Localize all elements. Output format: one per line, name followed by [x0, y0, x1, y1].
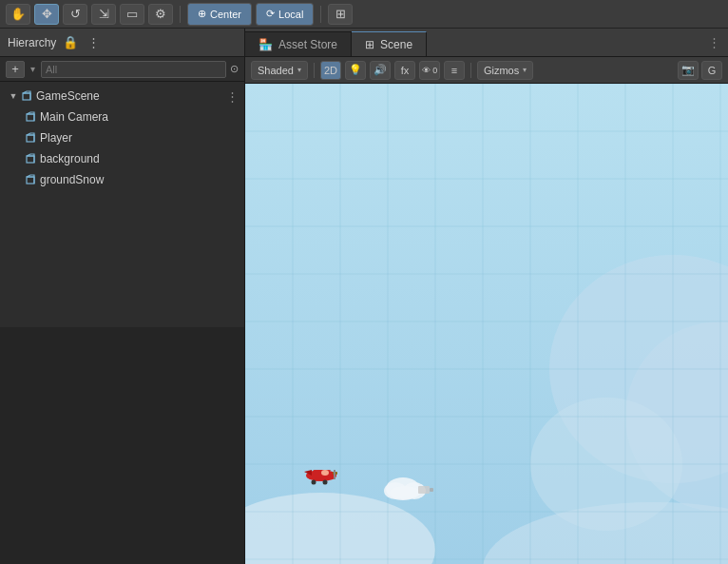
svg-marker-13	[27, 175, 34, 177]
scene-tab-label: Scene	[380, 38, 412, 51]
toolbar-sep-1	[180, 6, 181, 23]
local-button[interactable]: ⟳ Local	[257, 4, 313, 25]
scene-toolbar: Shaded ▾ 2D 💡 🔊 fx 👁 0 ≡	[245, 57, 728, 84]
grid-button[interactable]: ⊞	[328, 4, 353, 25]
shaded-arrow: ▾	[297, 66, 301, 74]
layers-button[interactable]: ≡	[444, 61, 465, 80]
tab-scene[interactable]: ⊞ Scene	[352, 31, 427, 56]
hand-tool-button[interactable]: ✋	[6, 4, 30, 25]
hierarchy-header: Hierarchy 🔒 ⋮	[0, 29, 244, 57]
audio-icon: 🔊	[374, 64, 387, 76]
hierarchy-item-groundsnow[interactable]: groundSnow	[0, 169, 244, 190]
camera-icon: 📷	[681, 64, 695, 76]
scene-icon	[21, 89, 34, 103]
tabs-options-button[interactable]: ⋮	[708, 35, 720, 49]
hierarchy-item-player[interactable]: Player	[0, 127, 244, 148]
hierarchy-empty-area	[0, 327, 244, 565]
tabs-row: 🏪 Asset Store ⊞ Scene ⋮	[245, 29, 728, 57]
svg-marker-1	[23, 91, 30, 93]
svg-rect-9	[27, 156, 34, 163]
scene-options-button[interactable]: ⋮	[226, 89, 239, 104]
scene-sep-2	[470, 63, 471, 78]
svg-point-50	[323, 480, 328, 485]
svg-point-51	[321, 470, 329, 476]
right-area: 🏪 Asset Store ⊞ Scene ⋮ Shaded ▾ 2D 💡	[245, 29, 728, 564]
svg-rect-12	[27, 177, 34, 184]
shaded-label: Shaded	[258, 65, 294, 76]
audio-button[interactable]: 🔊	[370, 61, 391, 80]
search-separator: ▾	[29, 64, 37, 74]
svg-rect-56	[418, 486, 430, 494]
local-icon: ⟳	[266, 8, 275, 20]
svg-point-49	[312, 480, 316, 485]
center-icon: ⊕	[198, 8, 206, 20]
hierarchy-item-background[interactable]: background	[0, 148, 244, 169]
transform-tool-button[interactable]: ⚙	[148, 4, 173, 25]
scene-sep-1	[314, 63, 315, 78]
top-toolbar: ✋ ✥ ↺ ⇲ ▭ ⚙ ⊕ Center ⟳ Local ⊞	[0, 0, 728, 29]
light-icon: 💡	[349, 64, 362, 76]
hierarchy-item-main-camera[interactable]: Main Camera	[0, 107, 244, 127]
space-group: ⟳ Local	[256, 3, 314, 26]
center-button[interactable]: ⊕ Center	[188, 4, 251, 25]
2d-button[interactable]: 2D	[320, 61, 341, 80]
scene-viewport[interactable]	[245, 84, 728, 564]
fx-icon: fx	[401, 65, 410, 76]
gizmos-dropdown[interactable]: Gizmos ▾	[477, 61, 533, 80]
svg-marker-10	[27, 154, 34, 156]
hierarchy-tree: ▼ GameScene ⋮	[0, 82, 244, 327]
svg-rect-3	[27, 114, 34, 121]
hierarchy-scene-item[interactable]: ▼ GameScene ⋮	[0, 86, 244, 107]
scene-toolbar-right: 📷 G	[678, 61, 722, 80]
player-obj-icon	[25, 131, 38, 145]
hierarchy-search-input[interactable]	[41, 61, 226, 78]
fx-button[interactable]: fx	[394, 61, 415, 80]
player-label: Player	[40, 131, 72, 145]
asset-store-label: Asset Store	[278, 38, 337, 51]
asset-store-icon: 🏪	[259, 38, 273, 51]
scene-visibility-button[interactable]: 👁 0	[419, 61, 440, 80]
scene-tab-icon: ⊞	[365, 38, 374, 51]
groundsnow-label: groundSnow	[40, 173, 104, 186]
hierarchy-options-button[interactable]: ⋮	[85, 34, 102, 51]
svg-rect-57	[430, 488, 433, 492]
visibility-icon: 👁 0	[422, 66, 438, 75]
search-icon[interactable]: ⊙	[230, 63, 239, 75]
local-label: Local	[278, 9, 303, 20]
camera-obj-icon	[25, 110, 38, 124]
hierarchy-lock-button[interactable]: 🔒	[62, 34, 79, 51]
2d-label: 2D	[324, 65, 337, 76]
hierarchy-panel: Hierarchy 🔒 ⋮ + ▾ ⊙ ▼ GameScene	[0, 29, 245, 564]
svg-marker-4	[27, 112, 34, 114]
camera-overlay-button[interactable]: 📷	[678, 61, 699, 80]
svg-rect-0	[23, 93, 30, 100]
tab-asset-store[interactable]: 🏪 Asset Store	[245, 31, 352, 56]
hierarchy-title: Hierarchy	[8, 36, 56, 49]
overlay-g-label: G	[708, 65, 717, 76]
svg-rect-6	[27, 135, 34, 142]
main-camera-label: Main Camera	[40, 110, 108, 124]
main-area: Hierarchy 🔒 ⋮ + ▾ ⊙ ▼ GameScene	[0, 29, 728, 564]
scale-tool-button[interactable]: ⇲	[91, 4, 116, 25]
layers-icon: ≡	[451, 65, 457, 76]
center-label: Center	[210, 9, 241, 20]
svg-point-55	[390, 486, 420, 499]
hierarchy-search-bar: + ▾ ⊙	[0, 57, 244, 82]
background-label: background	[40, 152, 100, 165]
overlay-g-button[interactable]: G	[701, 61, 722, 80]
move-tool-button[interactable]: ✥	[34, 4, 59, 25]
gizmos-label: Gizmos	[484, 65, 519, 76]
gizmos-arrow: ▾	[523, 66, 527, 74]
hierarchy-add-button[interactable]: +	[6, 61, 25, 78]
ground-obj-icon	[25, 173, 38, 186]
svg-marker-7	[27, 133, 34, 135]
scene-arrow-icon: ▼	[8, 90, 19, 102]
viewport-background	[245, 84, 728, 564]
bg-obj-icon	[25, 152, 38, 165]
rect-tool-button[interactable]: ▭	[120, 4, 144, 25]
pivot-group: ⊕ Center	[187, 3, 252, 26]
rotate-tool-button[interactable]: ↺	[63, 4, 87, 25]
lighting-button[interactable]: 💡	[345, 61, 366, 80]
shaded-dropdown[interactable]: Shaded ▾	[251, 61, 308, 80]
scene-label: GameScene	[36, 89, 100, 103]
